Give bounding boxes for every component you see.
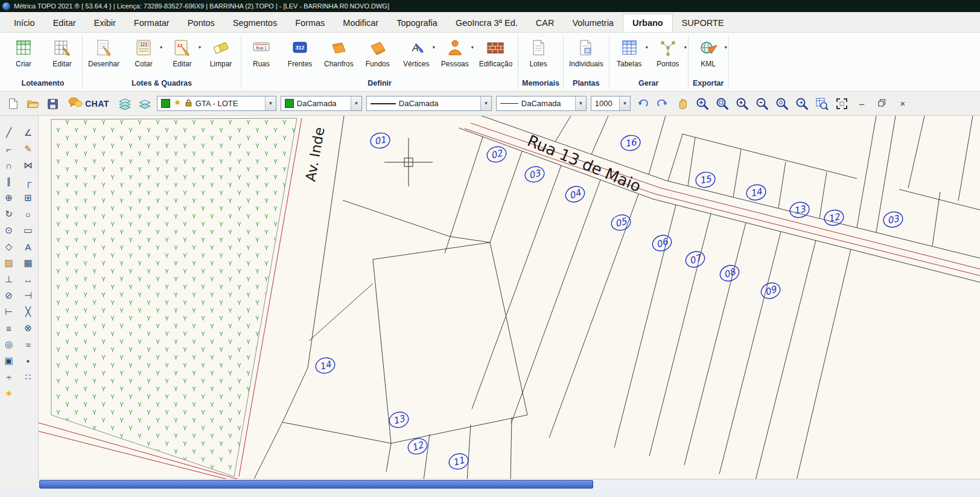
open-file-button[interactable] (25, 96, 40, 112)
pan-hand-icon[interactable] (675, 96, 690, 112)
pessoas-button[interactable]: ▾ Pessoas (439, 35, 471, 69)
lot-number-03[interactable]: 03 (882, 210, 904, 229)
lot-number-08[interactable]: 08 (718, 263, 742, 283)
tab-editar[interactable]: Editar (44, 14, 85, 32)
lot-number-16[interactable]: 16 (620, 134, 641, 152)
chat-button[interactable]: CHAT (65, 95, 113, 113)
criar-button[interactable]: Criar (7, 35, 40, 69)
layer-manager-icon[interactable] (137, 96, 153, 112)
zoom-window-icon[interactable] (714, 96, 730, 112)
tool-boundary-icon[interactable]: ▣ (1, 353, 17, 368)
limpar-button[interactable]: Limpar (205, 35, 237, 69)
tool-copy-icon[interactable]: ⊞ (21, 191, 36, 205)
title-bar[interactable]: Métrica TOPO 2021 ® { 53.64.4 } | Licenç… (0, 0, 980, 12)
chevron-down-icon[interactable]: ▼ (265, 97, 276, 110)
frentes-button[interactable]: 312 Frentes (284, 35, 316, 69)
dropdown-arrow-icon[interactable]: ▾ (684, 45, 687, 50)
tab-formas[interactable]: Formas (286, 14, 334, 32)
zoom-in-icon[interactable] (734, 96, 750, 112)
lot-number-04[interactable]: 04 (564, 184, 587, 204)
color-select[interactable]: DaCamada ▼ (281, 96, 362, 111)
lot-number-15[interactable]: 15 (695, 171, 716, 189)
desenhar-button[interactable]: Desenhar (86, 35, 121, 69)
dropdown-arrow-icon[interactable]: ▾ (646, 45, 648, 50)
tool-spline-icon[interactable]: ≈ (21, 337, 36, 352)
tool-starburst-icon[interactable]: ∗ (1, 386, 17, 400)
street-name-av-inde[interactable]: Av. Inde (302, 126, 327, 183)
tool-polyline-icon[interactable]: ⌐ (1, 142, 17, 156)
chanfros-button[interactable]: Chanfros (322, 35, 355, 69)
fundos-button[interactable]: Fundos (361, 35, 394, 69)
lot-number-06[interactable]: 06 (651, 233, 674, 253)
tool-trim-icon[interactable]: ⊣ (21, 288, 36, 303)
zoom-out-icon[interactable] (754, 96, 770, 112)
tool-text-icon[interactable]: A (21, 239, 36, 254)
dropdown-arrow-icon[interactable]: ▾ (433, 45, 435, 50)
dropdown-arrow-icon[interactable]: ▾ (160, 45, 162, 50)
tab-suporte[interactable]: SUPORTE (673, 14, 733, 32)
tool-fillet-icon[interactable]: ┌ (21, 174, 36, 189)
close-button[interactable]: × (897, 98, 908, 109)
lot-number-03[interactable]: 03 (523, 165, 546, 184)
layer-lock-icon[interactable] (185, 99, 192, 109)
lot-number-13[interactable]: 13 (789, 200, 810, 219)
new-file-button[interactable] (5, 96, 21, 112)
dropdown-arrow-icon[interactable]: ▾ (199, 45, 201, 50)
tool-align-icon[interactable]: ∷ (21, 370, 36, 384)
tool-break-icon[interactable]: ╳ (21, 305, 36, 319)
tool-extend-icon[interactable]: ⊢ (1, 305, 17, 319)
layers-icon[interactable] (117, 96, 133, 112)
kml-button[interactable]: ▾ KML (692, 35, 725, 69)
drawing-canvas[interactable]: Av. IndeRua 13 de Maio 01020304050607080… (39, 116, 980, 479)
tab-car[interactable]: CAR (527, 14, 564, 32)
chevron-down-icon[interactable]: ▼ (351, 97, 361, 110)
chevron-down-icon[interactable]: ▼ (480, 97, 491, 110)
layer-on-sun-icon[interactable] (173, 98, 182, 109)
tool-point-icon[interactable]: • (21, 353, 36, 368)
cotar-button[interactable]: 123 ▾ Cotar (127, 35, 160, 69)
tab-exibir[interactable]: Exibir (85, 14, 125, 32)
lot-number-09[interactable]: 09 (759, 280, 783, 301)
lotes-memorial-button[interactable]: Lotes (522, 35, 555, 69)
tab-formatar[interactable]: Formatar (125, 14, 179, 32)
edificacao-button[interactable]: Edificação (477, 35, 514, 69)
tab-inicio[interactable]: Início (5, 14, 44, 32)
tool-snap-icon[interactable]: ⊗ (21, 321, 36, 335)
pontos-button[interactable]: ▾ Pontos (652, 35, 684, 69)
individuais-button[interactable]: Individuais (567, 35, 605, 69)
tool-move-icon[interactable]: ⊕ (1, 191, 17, 205)
tool-divide-icon[interactable]: ÷ (1, 370, 17, 384)
tool-erase-icon[interactable]: ⊘ (1, 288, 17, 303)
tab-urbano[interactable]: Urbano (623, 14, 673, 32)
tabelas-button[interactable]: ▾ Tabelas (613, 35, 646, 69)
dropdown-arrow-icon[interactable]: ▾ (725, 45, 727, 50)
ruas-button[interactable]: Rua 1 Ruas (245, 35, 278, 69)
lot-number-07[interactable]: 07 (684, 249, 707, 270)
tab-segmentos[interactable]: Segmentos (224, 14, 286, 32)
tool-construction-line-icon[interactable]: ∠ (21, 125, 36, 140)
lot-number-13[interactable]: 13 (387, 410, 410, 429)
restore-button[interactable] (877, 98, 888, 109)
lot-number-14[interactable]: 14 (314, 356, 336, 375)
lot-number-01[interactable]: 01 (369, 131, 391, 150)
tool-center-mark-icon[interactable]: ◎ (1, 337, 17, 352)
linetype-select[interactable]: DaCamada ▼ (366, 96, 492, 111)
lot-number-11[interactable]: 11 (447, 452, 469, 471)
tab-geoincra-3-ed[interactable]: GeoIncra 3ª Ed. (447, 14, 527, 32)
tool-sketch-icon[interactable]: ✎ (21, 142, 36, 156)
tool-polygon-icon[interactable]: ◇ (1, 239, 17, 254)
tab-pontos[interactable]: Pontos (179, 14, 224, 32)
lineweight-select[interactable]: DaCamada ▼ (496, 96, 587, 111)
redo-button[interactable] (655, 96, 670, 112)
layer-select[interactable]: GTA - LOTE ▼ (157, 96, 276, 111)
lot-number-05[interactable]: 05 (609, 213, 632, 232)
zoom-realtime-icon[interactable] (695, 96, 710, 112)
tool-offset-icon[interactable]: ∥ (1, 174, 17, 189)
tool-region-icon[interactable]: ▦ (21, 256, 36, 270)
zoom-extents-icon[interactable] (774, 96, 790, 112)
tab-modificar[interactable]: Modificar (334, 14, 387, 32)
dropdown-arrow-icon[interactable]: ▾ (471, 45, 474, 50)
horizontal-scrollbar-thumb[interactable] (39, 480, 593, 489)
lot-number-12[interactable]: 12 (823, 208, 845, 227)
zoom-previous-icon[interactable] (794, 96, 810, 112)
